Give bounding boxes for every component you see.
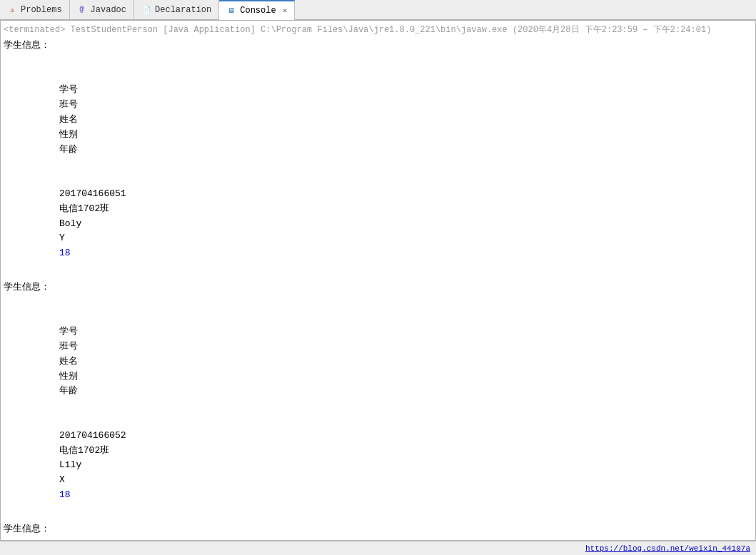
student-block-2: 学生信息： 学号 班号 姓名 性别 年龄 201704166052 电信1702… [4, 280, 752, 518]
tab-console[interactable]: 🖥 Console ✕ [219, 0, 295, 20]
bottom-bar: https://blog.csdn.net/weixin_44107a [0, 541, 756, 555]
tab-bar: ⚠ Problems @ Javadoc 📄 Declaration 🖥 Con… [0, 0, 756, 20]
eclipse-window: ⚠ Problems @ Javadoc 📄 Declaration 🖥 Con… [0, 0, 756, 555]
info-label-1: 学生信息： [4, 39, 752, 54]
tab-console-label: Console [240, 6, 276, 16]
header-row-1: 学号 班号 姓名 性别 年龄 [4, 54, 752, 172]
info-label-2: 学生信息： [4, 280, 752, 295]
console-close-button[interactable]: ✕ [283, 6, 288, 15]
tab-declaration-label: Declaration [155, 5, 211, 15]
problems-icon: ⚠ [7, 5, 17, 15]
tab-javadoc[interactable]: @ Javadoc [70, 0, 134, 19]
data-row-2: 201704166052 电信1702班 Lily X 18 [4, 414, 752, 518]
data-row-1: 201704166051 电信1702班 Boly Y 18 [4, 172, 752, 276]
student-block-3: 学生信息： 学号 班号 姓名 性别 年龄 201704166053 电信1702… [4, 522, 752, 541]
tab-problems[interactable]: ⚠ Problems [0, 0, 70, 19]
student-block-1: 学生信息： 学号 班号 姓名 性别 年龄 201704166051 电信1702… [4, 39, 752, 276]
declaration-icon: 📄 [141, 5, 151, 15]
terminated-line: <terminated> TestStudentPerson [Java App… [1, 22, 755, 37]
console-content: 学生信息： 学号 班号 姓名 性别 年龄 201704166051 电信1702… [1, 37, 755, 541]
javadoc-icon: @ [77, 5, 87, 15]
bottom-link[interactable]: https://blog.csdn.net/weixin_44107a [585, 544, 750, 553]
header-row-2: 学号 班号 姓名 性别 年龄 [4, 295, 752, 414]
tab-declaration[interactable]: 📄 Declaration [134, 0, 219, 19]
tab-problems-label: Problems [21, 5, 62, 15]
console-area[interactable]: <terminated> TestStudentPerson [Java App… [0, 20, 756, 541]
tab-javadoc-label: Javadoc [91, 5, 126, 15]
console-icon: 🖥 [226, 6, 236, 16]
info-label-3: 学生信息： [4, 522, 752, 537]
